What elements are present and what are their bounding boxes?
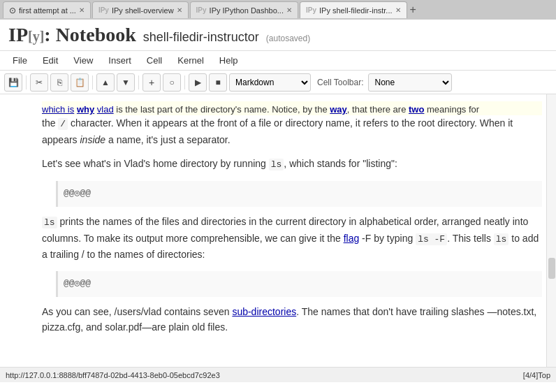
status-bar: http://127.0.0.1:8888/bff7487d-02bd-4413… bbox=[0, 367, 556, 382]
menu-help[interactable]: Help bbox=[212, 54, 245, 67]
slash-code: / bbox=[58, 118, 68, 130]
scrollbar-thumb[interactable] bbox=[548, 258, 555, 279]
menu-edit[interactable]: Edit bbox=[36, 54, 65, 67]
ipy-icon-1: IPy bbox=[98, 6, 109, 14]
paragraph-subdirectories: As you can see, /users/vlad contains sev… bbox=[42, 304, 542, 335]
partial-top-paragraph: which is why vlad is the last part of th… bbox=[42, 101, 542, 115]
tab-bar: ⊙ first attempt at ... ✕ IPy IPy shell-o… bbox=[0, 0, 556, 20]
notebook-header: IP[y]: Notebook shell-filedir-instructor… bbox=[0, 20, 556, 51]
menu-view[interactable]: View bbox=[66, 54, 100, 67]
notebook-logo: IP[y]: Notebook bbox=[8, 24, 136, 46]
ipy-icon-2: IPy bbox=[196, 6, 207, 14]
notebook-autosaved: (autosaved) bbox=[266, 34, 310, 43]
code-cell-1[interactable]: @@◎@@ bbox=[56, 181, 542, 207]
toolbar-separator-3 bbox=[138, 75, 139, 89]
tab-shell-overview-close[interactable]: ✕ bbox=[177, 6, 182, 14]
tab-shell-overview[interactable]: IPy IPy shell-overview ✕ bbox=[92, 1, 189, 18]
tab-ipython-dashbo-label: IPy IPython Dashbo... bbox=[210, 6, 284, 15]
paragraph-ls-description: ls prints the names of the files and dir… bbox=[42, 214, 542, 263]
toolbar: 💾 ✂ ⎘ 📋 ▲ ▼ + ○ ▶ ■ Markdown Code Raw NB… bbox=[0, 71, 556, 94]
paragraph-slash: the / character. When it appears at the … bbox=[42, 115, 542, 147]
notebook-content: which is why vlad is the last part of th… bbox=[0, 94, 556, 367]
remove-cell-button[interactable]: ○ bbox=[163, 73, 181, 92]
ls-code-2: ls bbox=[42, 217, 57, 228]
ls-F-code: ls -F bbox=[416, 233, 447, 245]
code-cell-1-content: @@◎@@ bbox=[64, 188, 91, 198]
cell-type-select[interactable]: Markdown Code Raw NBConvert Heading bbox=[229, 73, 311, 92]
tab-first-attempt-close[interactable]: ✕ bbox=[79, 6, 85, 14]
menu-cell[interactable]: Cell bbox=[140, 54, 169, 67]
save-button[interactable]: 💾 bbox=[4, 73, 22, 92]
scrollbar[interactable] bbox=[546, 94, 556, 367]
toolbar-separator-1 bbox=[26, 75, 27, 89]
code-cell-2-content: @@◎@@ bbox=[64, 278, 91, 289]
notebook-name[interactable]: shell-filedir-instructor bbox=[143, 30, 259, 45]
tab-shell-filedir-close[interactable]: ✕ bbox=[395, 6, 401, 14]
ls-code-1: ls bbox=[269, 159, 284, 170]
run-button[interactable]: ▶ bbox=[189, 73, 207, 92]
toolbar-separator-4 bbox=[184, 75, 185, 89]
flag-link[interactable]: flag bbox=[344, 233, 360, 244]
menu-file[interactable]: File bbox=[6, 54, 34, 67]
stop-button[interactable]: ■ bbox=[209, 73, 227, 92]
add-cell-button[interactable]: + bbox=[142, 73, 161, 92]
move-up-button[interactable]: ▲ bbox=[96, 73, 115, 92]
menu-bar: File Edit View Insert Cell Kernel Help bbox=[0, 51, 556, 71]
tab-first-attempt-label: first attempt at ... bbox=[19, 6, 76, 15]
tab-ipython-dashbo-close[interactable]: ✕ bbox=[286, 6, 292, 14]
tab-shell-filedir-label: IPy shell-filedir-instr... bbox=[319, 6, 393, 15]
tab-first-attempt[interactable]: ⊙ first attempt at ... ✕ bbox=[3, 1, 91, 18]
toolbar-separator-2 bbox=[92, 75, 93, 89]
paragraph-ls-intro: Let's see what's in Vlad's home director… bbox=[42, 156, 542, 173]
tab-shell-overview-label: IPy shell-overview bbox=[112, 6, 174, 15]
menu-insert[interactable]: Insert bbox=[101, 54, 138, 67]
move-down-button[interactable]: ▼ bbox=[117, 73, 135, 92]
cut-button[interactable]: ✂ bbox=[30, 73, 48, 92]
status-position: [4/4]Top bbox=[523, 371, 550, 379]
sub-directories-link[interactable]: sub-directories bbox=[232, 306, 296, 317]
code-cell-2[interactable]: @@◎@@ bbox=[56, 271, 542, 297]
status-url: http://127.0.0.1:8888/bff7487d-02bd-4413… bbox=[6, 371, 220, 379]
tab-shell-filedir[interactable]: IPy IPy shell-filedir-instr... ✕ bbox=[300, 1, 407, 18]
scroll-area: which is why vlad is the last part of th… bbox=[0, 94, 556, 350]
menu-kernel[interactable]: Kernel bbox=[170, 54, 211, 67]
tab-ipython-dashbo[interactable]: IPy IPy IPython Dashbo... ✕ bbox=[190, 1, 298, 18]
ipy-icon-3: IPy bbox=[306, 6, 316, 14]
cell-toolbar-select[interactable]: None Edit Metadata Raw Cell Format Slide… bbox=[368, 73, 452, 92]
new-tab-button[interactable]: + bbox=[410, 3, 416, 16]
paste-button[interactable]: 📋 bbox=[71, 73, 89, 92]
github-icon: ⊙ bbox=[9, 6, 16, 15]
ls-code-3: ls bbox=[494, 233, 509, 245]
cell-toolbar-label: Cell Toolbar: bbox=[317, 78, 363, 87]
copy-button[interactable]: ⎘ bbox=[50, 73, 68, 92]
